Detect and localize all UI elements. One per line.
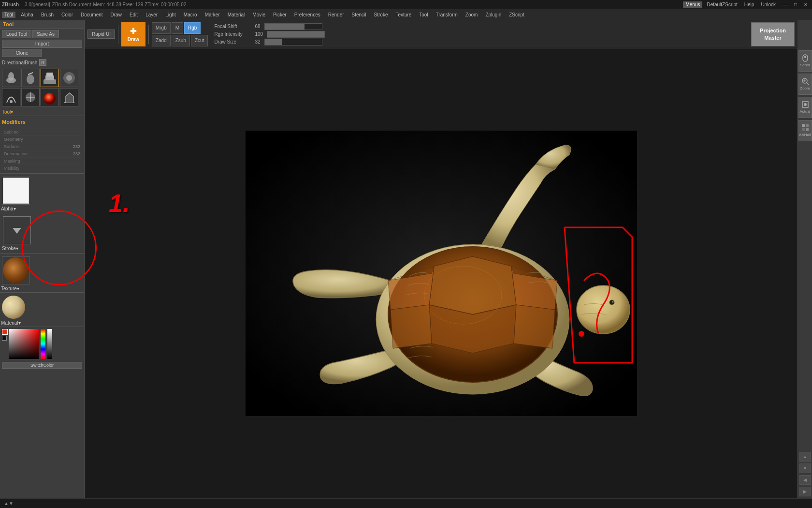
actual-btn[interactable]: Actual <box>798 97 812 118</box>
menu-zscript[interactable]: ZScript <box>507 12 527 18</box>
main-toolbar: Rapid UI ✚ Draw Mrgb M Rgb Zadd Zsub Zcu… <box>85 20 798 48</box>
brush-icon-1[interactable] <box>21 69 40 87</box>
clone-btn[interactable]: Clone <box>2 49 42 57</box>
r-badge[interactable]: R <box>39 59 46 66</box>
menu-zoom[interactable]: Zoom <box>463 12 480 18</box>
brush-icon-4[interactable] <box>2 88 20 106</box>
primary-color-swatch[interactable] <box>2 329 8 335</box>
zoom-icon <box>801 77 809 85</box>
svg-point-2 <box>27 75 34 84</box>
brush-icon-5[interactable] <box>21 88 40 106</box>
projection-master-btn[interactable]: Projection Master <box>751 22 795 46</box>
menu-zplugin[interactable]: Zplugin <box>483 12 504 18</box>
menu-render[interactable]: Render <box>326 12 347 18</box>
hue-bar[interactable] <box>41 329 45 359</box>
menu-stroke[interactable]: Stroke <box>372 12 391 18</box>
alpha-thumb[interactable] <box>2 177 30 205</box>
switch-color-btn[interactable]: SwitchColor <box>2 362 82 369</box>
modifiers-section: Modifiers <box>0 116 84 128</box>
modifiers-title[interactable]: Modifiers <box>2 118 82 126</box>
menu-transform[interactable]: Transform <box>434 12 460 18</box>
mode-buttons-group: Mrgb M Rgb Zadd Zsub Zcut <box>152 22 208 46</box>
mrgb-btn[interactable]: Mrgb <box>152 22 171 34</box>
brush-icon-7[interactable] <box>60 88 78 106</box>
menu-color[interactable]: Color <box>59 12 75 18</box>
svg-rect-40 <box>806 124 809 127</box>
brush-icon-2[interactable] <box>41 69 59 87</box>
right-mini-3[interactable]: ▶ <box>799 487 811 496</box>
menu-movie[interactable]: Movie <box>250 12 268 18</box>
rgb-btn[interactable]: Rgb <box>184 22 201 34</box>
brush-icon-0[interactable] <box>2 69 20 87</box>
unlock-btn[interactable]: Unlock <box>758 1 778 8</box>
brush-icon-6[interactable] <box>41 88 59 106</box>
rapid-ui-btn[interactable]: Rapid UI <box>87 30 115 39</box>
import-btn[interactable]: Import <box>2 40 82 48</box>
toolbar-separator-0 <box>118 25 118 44</box>
m-btn[interactable]: M <box>172 22 183 34</box>
help-btn[interactable]: Help <box>742 1 757 8</box>
material-label[interactable]: Material▾ <box>1 320 21 326</box>
maximize-btn[interactable]: □ <box>792 1 799 8</box>
secondary-color-swatch[interactable] <box>2 336 7 341</box>
svg-point-8 <box>66 75 72 81</box>
aahalf-btn[interactable]: AAHalf <box>798 120 812 141</box>
scroll-btn[interactable]: Scroll <box>798 50 812 72</box>
zoom-btn[interactable]: Zoom <box>798 74 812 95</box>
alpha-label[interactable]: Alpha▾ <box>1 206 16 211</box>
default-zscript-btn[interactable]: DefaultZScript <box>704 1 740 8</box>
focal-shift-slider[interactable] <box>264 23 322 30</box>
app-doc: ZBrush Document <box>52 2 91 7</box>
draw-size-slider[interactable] <box>264 39 322 45</box>
menu-texture[interactable]: Texture <box>393 12 414 18</box>
texture-thumb[interactable] <box>2 256 30 284</box>
menu-picker[interactable]: Picker <box>271 12 289 18</box>
param-row-5: Visibility <box>2 165 82 172</box>
material-section: Material▾ <box>0 292 84 327</box>
viewport[interactable] <box>246 131 637 416</box>
stroke-thumb[interactable] <box>3 216 31 244</box>
texture-label[interactable]: Texture▾ <box>1 286 19 291</box>
value-bar[interactable] <box>47 329 52 359</box>
svg-rect-42 <box>806 128 809 131</box>
mem-info: Mem: 448.38 Free: 129 ZTime: 00:00:05.02 <box>93 2 186 7</box>
svg-rect-6 <box>46 73 53 76</box>
menu-edit[interactable]: Edit <box>127 12 140 18</box>
menu-macro[interactable]: Macro <box>181 12 200 18</box>
menus-btn[interactable]: Menus <box>683 1 702 8</box>
menu-preferences[interactable]: Preferences <box>292 12 323 18</box>
zoom-label: Zoom <box>800 86 810 91</box>
stroke-label[interactable]: Stroke▾ <box>2 246 18 251</box>
material-sphere[interactable] <box>2 296 25 319</box>
close-btn[interactable]: ✕ <box>801 1 810 8</box>
tool-label[interactable]: Tool▾ <box>2 109 13 115</box>
brush-icon-3[interactable] <box>60 69 78 87</box>
rgb-intensity-slider[interactable] <box>267 31 325 38</box>
param-row-1: Geometry <box>2 136 82 143</box>
menu-document[interactable]: Document <box>78 12 105 18</box>
menu-material[interactable]: Material <box>225 12 247 18</box>
zadd-btn[interactable]: Zadd <box>152 35 171 46</box>
menu-draw[interactable]: Draw <box>108 12 124 18</box>
save-as-btn[interactable]: Save As <box>32 30 59 38</box>
draw-btn[interactable]: ✚ Draw <box>121 22 145 46</box>
zcut-btn[interactable]: Zcut <box>191 35 208 46</box>
zsub-btn[interactable]: Zsub <box>172 35 190 46</box>
menu-layer[interactable]: Layer <box>143 12 160 18</box>
left-panel: Tool Load Tool Save As Import Clone Dire… <box>0 20 85 498</box>
right-mini-2[interactable]: ◀ <box>799 475 811 485</box>
right-mini-0[interactable]: ▲ <box>799 452 811 462</box>
menu-stencil[interactable]: Stencil <box>349 12 369 18</box>
menu-tool2[interactable]: Tool <box>417 12 430 18</box>
menu-alpha[interactable]: Alpha <box>18 12 36 18</box>
draw-size-val: 32 <box>255 39 260 45</box>
menu-light[interactable]: Light <box>163 12 178 18</box>
color-picker-box[interactable] <box>9 329 39 359</box>
menu-marker[interactable]: Marker <box>203 12 222 18</box>
load-tool-btn[interactable]: Load Tool <box>2 30 31 38</box>
menu-tool[interactable]: Tool <box>2 12 15 18</box>
minimize-btn[interactable]: — <box>780 1 790 8</box>
svg-rect-39 <box>802 124 805 127</box>
right-mini-1[interactable]: ▼ <box>799 463 811 473</box>
menu-brush[interactable]: Brush <box>39 12 56 18</box>
